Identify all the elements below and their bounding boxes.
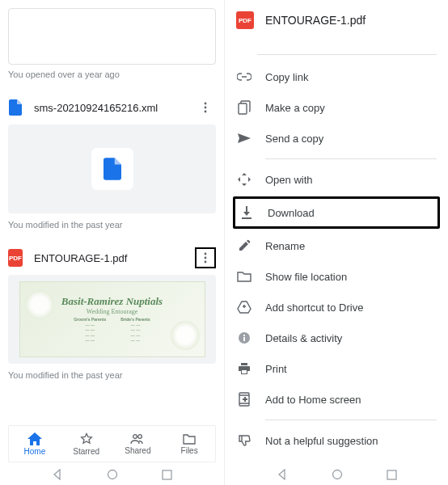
svg-point-0 <box>205 103 207 105</box>
more-button-highlighted[interactable] <box>195 247 216 268</box>
system-nav <box>225 464 448 485</box>
send-icon <box>236 130 252 146</box>
svg-rect-9 <box>163 470 171 479</box>
sheet-header: PDF ENTOURAGE-1.pdf <box>225 0 448 44</box>
svg-rect-17 <box>387 470 396 479</box>
menu-show-location[interactable]: Show file location <box>225 261 448 292</box>
menu-open-with[interactable]: Open with <box>225 164 448 195</box>
file-title: sms-20210924165216.xml <box>34 102 195 114</box>
copy-icon <box>236 99 252 116</box>
sheet-title: ENTOURAGE-1.pdf <box>265 14 366 27</box>
menu-download-highlighted[interactable]: Download <box>233 196 440 229</box>
menu-details[interactable]: Details & activity <box>225 323 448 353</box>
system-nav <box>0 464 224 485</box>
info-icon <box>236 330 252 346</box>
svg-point-4 <box>205 257 207 259</box>
svg-rect-12 <box>243 337 245 341</box>
open-with-icon <box>236 171 252 188</box>
menu-add-shortcut[interactable]: Add shortcut to Drive <box>225 292 448 323</box>
file-meta: You modified in the past year <box>8 220 216 230</box>
divider <box>265 420 437 420</box>
drive-shortcut-icon <box>236 299 252 315</box>
nav-recent-icon[interactable] <box>387 470 397 480</box>
svg-rect-14 <box>242 370 247 373</box>
file-thumbnail[interactable] <box>8 124 216 213</box>
nav-back-icon[interactable] <box>277 469 288 480</box>
nav-back-icon[interactable] <box>52 469 63 480</box>
menu-print[interactable]: Print <box>225 353 448 384</box>
svg-point-1 <box>205 107 207 109</box>
nav-files[interactable]: Files <box>163 426 215 462</box>
svg-point-16 <box>332 470 341 479</box>
thumbs-down-icon <box>236 432 252 449</box>
file-actions-sheet: PDF ENTOURAGE-1.pdf Make available offli… <box>224 0 448 485</box>
svg-rect-10 <box>239 103 247 114</box>
actions-menu: Copy link Make a copy Send a copy Op <box>225 55 448 462</box>
svg-rect-13 <box>243 335 245 336</box>
add-home-icon <box>236 391 252 407</box>
pdf-icon: PDF <box>8 249 23 267</box>
menu-item-offline-partial[interactable]: Make available offline <box>257 44 437 55</box>
menu-make-copy[interactable]: Make a copy <box>225 92 448 123</box>
folder-icon <box>236 268 252 285</box>
pdf-icon: PDF <box>236 11 254 29</box>
file-meta: You modified in the past year <box>8 370 216 380</box>
divider <box>265 158 437 159</box>
pdf-preview: Basit-Ramirez Nuptials Wedding Entourage… <box>19 281 205 357</box>
file-row[interactable]: sms-20210924165216.xml <box>8 94 216 124</box>
file-meta: You opened over a year ago <box>8 70 216 79</box>
menu-send-copy[interactable]: Send a copy <box>225 123 448 154</box>
menu-copy-link[interactable]: Copy link <box>225 61 448 92</box>
nav-starred[interactable]: Starred <box>61 426 112 462</box>
drive-screen: You opened over a year ago sms-202109241… <box>0 0 224 485</box>
menu-rename[interactable]: Rename <box>225 230 448 261</box>
nav-home-icon[interactable] <box>107 469 118 480</box>
menu-not-helpful[interactable]: Not a helpful suggestion <box>225 425 448 456</box>
nav-recent-icon[interactable] <box>162 470 172 480</box>
nav-home-icon[interactable] <box>332 469 343 480</box>
file-preview-prior[interactable] <box>8 8 216 65</box>
svg-point-6 <box>133 434 137 438</box>
file-row[interactable]: PDF ENTOURAGE-1.pdf <box>8 244 216 275</box>
bottom-nav: Home Starred Shared Files <box>8 425 216 462</box>
file-list: You opened over a year ago sms-202109241… <box>0 0 224 428</box>
file-thumbnail[interactable]: Basit-Ramirez Nuptials Wedding Entourage… <box>8 275 216 364</box>
file-title: ENTOURAGE-1.pdf <box>34 252 195 264</box>
svg-point-2 <box>205 111 207 113</box>
svg-point-5 <box>205 261 207 264</box>
svg-point-3 <box>205 253 207 255</box>
print-icon <box>236 361 252 377</box>
menu-add-home-screen[interactable]: Add to Home screen <box>225 384 448 415</box>
svg-point-8 <box>108 470 117 479</box>
rename-icon <box>236 238 252 254</box>
svg-point-7 <box>138 434 142 438</box>
download-icon <box>239 205 255 221</box>
more-button[interactable] <box>195 97 216 118</box>
nav-shared[interactable]: Shared <box>112 426 164 462</box>
file-type-icon <box>8 100 23 115</box>
link-icon <box>236 69 252 85</box>
nav-home[interactable]: Home <box>9 426 61 462</box>
